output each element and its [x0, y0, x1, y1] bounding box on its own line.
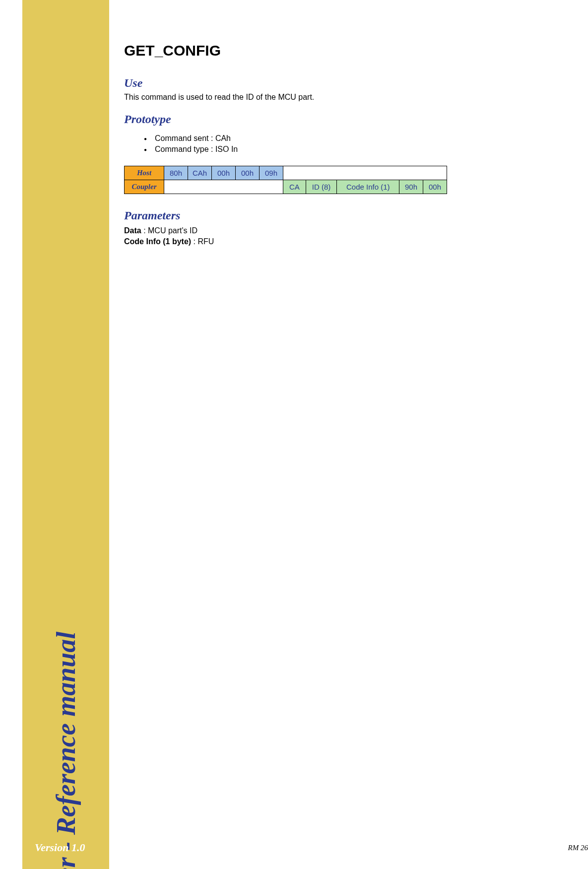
page-title: GET_CONFIG: [124, 42, 561, 59]
use-text: This command is used to read the ID of t…: [124, 93, 561, 102]
param-data-value: : MCU part's ID: [141, 226, 197, 235]
table-row-host: Host 80h CAh 00h 00h 09h: [125, 166, 447, 180]
host-blank-cell: [283, 166, 447, 180]
prototype-bullets: Command sent : CAh Command type : ISO In: [144, 134, 561, 154]
sidebar-title: Coupler - Reference manual: [51, 632, 81, 869]
page-footer: RM 26: [568, 844, 588, 852]
section-parameters-heading: Parameters: [124, 209, 561, 222]
proto-bullet: Command type : ISO In: [144, 145, 561, 154]
host-cell: 80h: [164, 166, 188, 180]
host-cell: 09h: [260, 166, 283, 180]
section-use-heading: Use: [124, 76, 561, 90]
host-row-label: Host: [125, 166, 164, 180]
param-data-line: Data : MCU part's ID: [124, 225, 561, 236]
param-code-line: Code Info (1 byte) : RFU: [124, 236, 561, 247]
sidebar: Coupler - Reference manual Version 1.0: [22, 0, 109, 869]
content-area: GET_CONFIG Use This command is used to r…: [124, 42, 561, 247]
param-data-label: Data: [124, 226, 141, 235]
coupler-cell: ID (8): [306, 180, 337, 194]
host-cell: CAh: [188, 166, 212, 180]
host-cell: 00h: [212, 166, 236, 180]
param-code-label: Code Info (1 byte): [124, 237, 191, 246]
coupler-cell: 00h: [423, 180, 447, 194]
coupler-cell: 90h: [399, 180, 423, 194]
coupler-cell: CA: [283, 180, 306, 194]
coupler-cell: Code Info (1): [337, 180, 399, 194]
param-code-value: : RFU: [191, 237, 214, 246]
coupler-row-label: Coupler: [125, 180, 164, 194]
table-row-coupler: Coupler CA ID (8) Code Info (1) 90h 00h: [125, 180, 447, 194]
host-cell: 00h: [236, 166, 260, 180]
coupler-blank-cell: [164, 180, 283, 194]
sidebar-version: Version 1.0: [35, 841, 85, 854]
section-prototype-heading: Prototype: [124, 113, 561, 126]
proto-bullet: Command sent : CAh: [144, 134, 561, 143]
protocol-table: Host 80h CAh 00h 00h 09h Coupler CA ID (…: [124, 166, 447, 194]
